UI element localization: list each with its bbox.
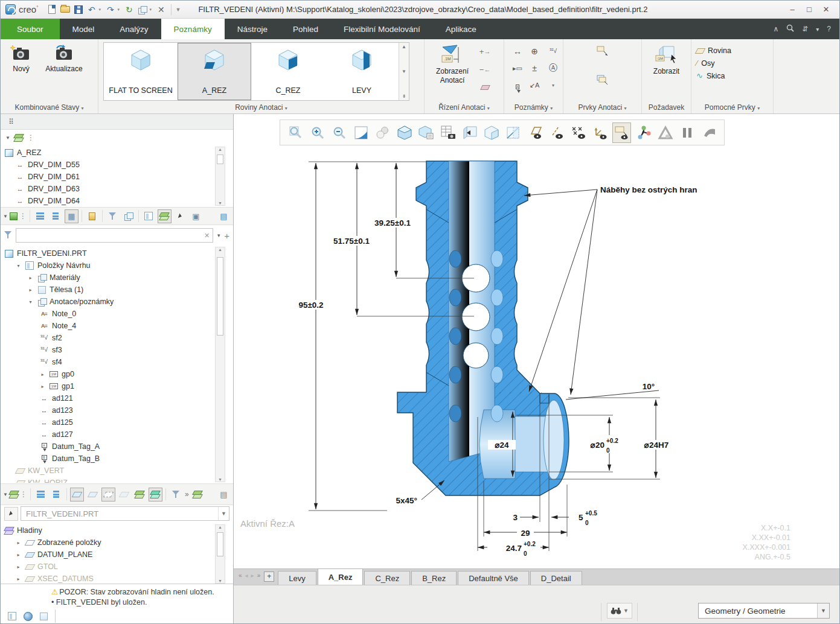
tree-row-drv-dim[interactable]: ↔ DRV_DIM_D64 (4, 195, 214, 207)
layer-isolate-icon[interactable] (101, 488, 115, 501)
close-button[interactable]: ✕ (818, 3, 835, 16)
tree-row-kw-horiz[interactable]: KW_HORIZ (4, 477, 214, 483)
maximize-button[interactable]: □ (801, 3, 818, 16)
appearance-gallery-button[interactable] (634, 123, 653, 143)
gallery-item-c-rez[interactable]: C_REZ (251, 43, 325, 100)
expander-icon[interactable]: ▸ (39, 372, 46, 377)
layer-table-icon[interactable] (191, 488, 205, 501)
scroll-thumb[interactable] (217, 257, 223, 336)
regenerate-button[interactable]: ↻ (123, 3, 135, 16)
group-label[interactable]: Řízení Anotaci ▾ (425, 103, 504, 112)
collapse-icon[interactable]: ▼ (5, 135, 10, 141)
tree-row-ad-dim[interactable]: ↔ ad123 (4, 404, 214, 416)
tree-columns-icon[interactable]: ▦ (65, 209, 79, 223)
tree-row-design-items[interactable]: ▾ Položky Návrhu (4, 259, 214, 272)
update-combined-state-button[interactable]: Aktualizace (39, 42, 89, 74)
note-tool-icon[interactable]: ↙A (530, 81, 540, 89)
zoom-out-button[interactable] (330, 123, 348, 143)
tree-row-datum-tag[interactable]: A Datum_Tag_A (4, 441, 214, 453)
search-options-caret[interactable]: ▼ (216, 233, 221, 238)
scroll-down-icon[interactable]: ▼ (218, 579, 222, 583)
tree-row-a-rez[interactable]: A_REZ (4, 147, 214, 159)
gallery-scrollbar[interactable]: ▲ ▼ ⇟ (399, 43, 409, 100)
scroll-thumb[interactable] (217, 154, 223, 164)
show-requirement-button[interactable]: ⁞1M Zobrazit (647, 42, 686, 76)
group-label[interactable]: Pomocné Prvky ▾ (691, 103, 773, 112)
qat-customize-caret[interactable]: ▼ (175, 7, 180, 13)
drawing-svg[interactable]: .ex{stroke:#3c3c3c;stroke-width:0.8;fill… (234, 114, 840, 568)
combined-tree-scrollbar[interactable]: ▲ ▼ (215, 147, 225, 206)
collapse-ribbon-icon[interactable]: ∧ (773, 25, 778, 33)
model-views-icon[interactable]: ⇵ (802, 25, 808, 33)
dim-29[interactable]: 29 (521, 529, 530, 538)
dim-24-7[interactable]: 24.7 (506, 544, 522, 553)
scroll-down-icon[interactable]: ▼ (218, 201, 222, 205)
scroll-up-icon[interactable]: ▲ (218, 147, 222, 151)
dim-dia24h7[interactable]: ⌀24H7 (644, 441, 668, 450)
tree-row-surface-finish[interactable]: 32√ sf3 (4, 344, 214, 356)
panel-toggle-icon[interactable] (8, 612, 16, 620)
add-annotation-icon[interactable]: +→ (478, 44, 492, 59)
new-file-button[interactable] (45, 3, 58, 16)
view-tab-levy[interactable]: Levy (278, 571, 316, 585)
note-menu-caret[interactable]: ▾ (552, 83, 554, 88)
dim-3[interactable]: 3 (513, 513, 518, 522)
tree-row-drv-dim[interactable]: ↔ DRV_DIM_D61 (4, 171, 214, 183)
tab-model[interactable]: Model (60, 19, 107, 39)
symbol-tool-icon[interactable]: Ⓐ (549, 63, 557, 74)
ordinate-dimension-icon[interactable]: ▸▭ (513, 65, 522, 72)
annotation-state-icon[interactable] (14, 134, 23, 141)
select-tree-icon[interactable] (173, 209, 187, 223)
section-plane-button[interactable] (504, 123, 522, 143)
gtol-display-button[interactable] (656, 123, 675, 143)
view-tab-a-rez[interactable]: A_Rez (318, 568, 364, 585)
tab-soubor[interactable]: Soubor (1, 19, 60, 39)
scroll-down-icon[interactable]: ▼ (218, 477, 222, 482)
erase-annotation-icon[interactable] (478, 80, 492, 95)
dim-51-75[interactable]: 51.75±0.1 (333, 237, 370, 246)
expander-icon[interactable]: ▸ (15, 564, 22, 570)
layer-hide-icon[interactable] (86, 488, 100, 501)
tree-row-layers-root[interactable]: Hladiny (4, 524, 214, 536)
redo-menu-caret[interactable]: ▾ (117, 7, 122, 12)
scroll-thumb[interactable] (217, 532, 223, 556)
display-style-button[interactable] (395, 123, 414, 143)
expander-icon[interactable]: ▸ (27, 275, 34, 281)
search-model-button[interactable]: ▼ (607, 603, 632, 619)
model-tree-scrollbar[interactable]: ▲ ▼ (215, 247, 225, 482)
group-label[interactable]: Roviny Anotaci ▾ (98, 103, 424, 112)
redo-button[interactable]: ↷ (104, 3, 117, 16)
select-pointer-button[interactable] (4, 507, 18, 521)
expander-icon[interactable]: ▸ (39, 384, 46, 389)
view-tab-b-rez[interactable]: B_Rez (411, 571, 457, 585)
tree-row-surface-finish[interactable]: 32√ sf2 (4, 332, 214, 344)
tree-row-annotations-folder[interactable]: ▾ Anotace/poznámky (4, 296, 214, 308)
tree-row-ad-dim[interactable]: ↔ ad127 (4, 428, 214, 441)
tab-aplikace[interactable]: Aplikace (433, 19, 489, 39)
remove-annotation-icon[interactable]: −← (478, 62, 492, 77)
layer-stack-icon[interactable] (133, 488, 147, 501)
view-images-button[interactable] (438, 123, 457, 143)
undo-button[interactable]: ↶ (85, 3, 98, 16)
group-label[interactable]: Poznámky ▾ (504, 103, 563, 112)
tree-row-gp[interactable]: ▸ 1M gp0 (4, 368, 214, 380)
view-tab-defaultne-vse[interactable]: Defaultně Vše (458, 571, 529, 585)
tree-row-drv-dim[interactable]: ↔ DRV_DIM_D55 (4, 159, 214, 171)
tree-row-drv-dim[interactable]: ↔ DRV_DIM_D63 (4, 183, 214, 195)
group-label[interactable]: Prvky Anotaci ▾ (563, 103, 641, 112)
tree-filter-icon[interactable] (106, 209, 120, 223)
plane-display-button[interactable] (525, 123, 544, 143)
tree-row-displayed-items[interactable]: ▸ Zobrazené položky (4, 536, 214, 549)
selection-filter-select[interactable]: Geometry / Geometrie ▼ (698, 603, 830, 619)
expand-layers-icon[interactable] (34, 488, 48, 501)
last-tab-icon[interactable]: » (257, 572, 261, 579)
open-file-button[interactable] (59, 3, 71, 16)
add-filter-icon[interactable]: + (224, 231, 229, 241)
browser-icon[interactable] (24, 612, 33, 621)
show-list-icon[interactable] (142, 209, 156, 223)
tree-row-part-root[interactable]: FILTR_VEDENI.PRT (4, 247, 214, 259)
utility-menu-caret[interactable]: ▾ (816, 26, 819, 33)
axis-display-button[interactable] (547, 123, 566, 143)
search-commands-icon[interactable] (786, 24, 794, 34)
prev-tab-icon[interactable]: ◂ (245, 572, 248, 579)
